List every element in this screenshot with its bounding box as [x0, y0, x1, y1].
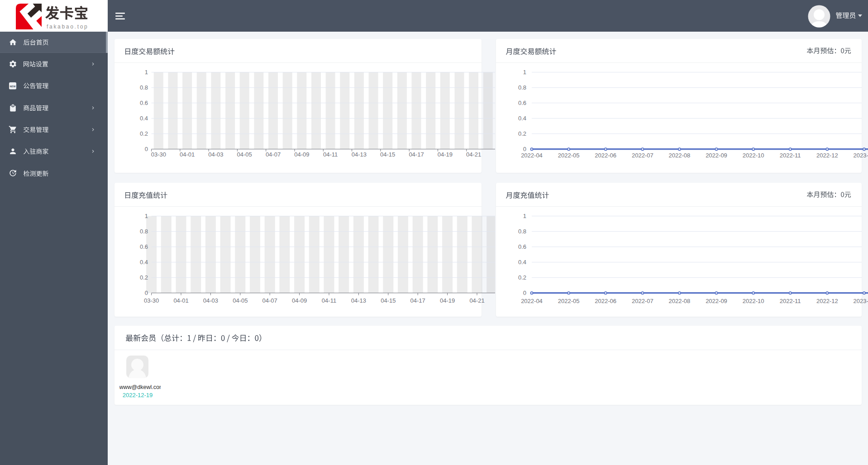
svg-text:04-01: 04-01	[173, 297, 188, 304]
svg-text:04-01: 04-01	[180, 151, 195, 158]
svg-text:2022-06: 2022-06	[595, 298, 616, 304]
svg-text:0.6: 0.6	[140, 243, 148, 250]
svg-text:03-30: 03-30	[144, 297, 159, 304]
svg-text:2022-12: 2022-12	[816, 298, 838, 304]
svg-text:0.8: 0.8	[518, 228, 526, 235]
svg-text:0.2: 0.2	[518, 130, 526, 137]
svg-text:0.2: 0.2	[140, 130, 148, 137]
svg-text:2022-05: 2022-05	[558, 298, 580, 304]
svg-text:0.4: 0.4	[518, 115, 526, 122]
svg-text:0.6: 0.6	[518, 243, 526, 250]
svg-text:04-03: 04-03	[203, 297, 218, 304]
svg-text:0.6: 0.6	[140, 100, 148, 106]
svg-text:0: 0	[145, 146, 148, 152]
svg-text:0.4: 0.4	[518, 259, 526, 266]
svg-text:2022-09: 2022-09	[706, 152, 727, 159]
svg-text:0.8: 0.8	[518, 84, 526, 91]
svg-text:04-03: 04-03	[208, 151, 223, 158]
svg-text:04-07: 04-07	[262, 297, 277, 304]
svg-text:2022-10: 2022-10	[743, 298, 764, 304]
svg-text:04-17: 04-17	[409, 151, 424, 158]
svg-text:0.2: 0.2	[140, 274, 148, 281]
svg-text:2022-04: 2022-04	[521, 298, 543, 304]
svg-text:04-13: 04-13	[352, 151, 367, 158]
svg-text:1: 1	[145, 69, 148, 76]
svg-text:0.2: 0.2	[518, 274, 526, 281]
svg-text:04-21: 04-21	[466, 151, 481, 158]
svg-text:0.8: 0.8	[140, 84, 148, 91]
svg-text:04-09: 04-09	[292, 297, 307, 304]
svg-text:2023-01: 2023-01	[854, 152, 868, 159]
svg-text:2022-11: 2022-11	[780, 298, 801, 304]
svg-text:04-11: 04-11	[323, 151, 338, 158]
svg-text:1: 1	[523, 213, 526, 219]
svg-text:04-15: 04-15	[381, 297, 396, 304]
svg-text:04-15: 04-15	[380, 151, 395, 158]
svg-text:04-17: 04-17	[410, 297, 425, 304]
svg-text:0.4: 0.4	[140, 115, 148, 122]
svg-text:03-30: 03-30	[151, 151, 166, 158]
svg-text:04-05: 04-05	[237, 151, 252, 158]
svg-text:NEW: NEW	[10, 85, 16, 87]
svg-text:2022-12: 2022-12	[816, 152, 838, 159]
svg-text:04-19: 04-19	[438, 151, 453, 158]
svg-text:2022-05: 2022-05	[558, 152, 580, 159]
svg-text:2022-09: 2022-09	[706, 298, 727, 304]
svg-text:2022-08: 2022-08	[669, 298, 691, 304]
svg-text:04-09: 04-09	[294, 151, 309, 158]
svg-text:2022-11: 2022-11	[780, 152, 801, 159]
svg-text:0.4: 0.4	[140, 259, 148, 266]
svg-text:1: 1	[145, 213, 148, 219]
svg-text:2022-06: 2022-06	[595, 152, 616, 159]
svg-text:1: 1	[523, 69, 526, 76]
svg-text:0: 0	[145, 289, 148, 296]
svg-text:04-21: 04-21	[469, 297, 484, 304]
svg-text:2022-07: 2022-07	[632, 298, 653, 304]
svg-text:2022-07: 2022-07	[632, 152, 653, 159]
svg-text:0: 0	[523, 289, 526, 296]
svg-text:04-05: 04-05	[233, 297, 248, 304]
svg-text:04-13: 04-13	[351, 297, 366, 304]
svg-text:2023-01: 2023-01	[854, 298, 868, 304]
svg-text:04-19: 04-19	[440, 297, 455, 304]
svg-text:04-11: 04-11	[322, 297, 336, 304]
svg-text:2022-08: 2022-08	[669, 152, 691, 159]
svg-text:2022-10: 2022-10	[743, 152, 764, 159]
svg-text:04-07: 04-07	[266, 151, 281, 158]
svg-text:0.8: 0.8	[140, 228, 148, 235]
svg-text:2022-04: 2022-04	[521, 152, 543, 159]
svg-text:0.6: 0.6	[518, 100, 526, 106]
